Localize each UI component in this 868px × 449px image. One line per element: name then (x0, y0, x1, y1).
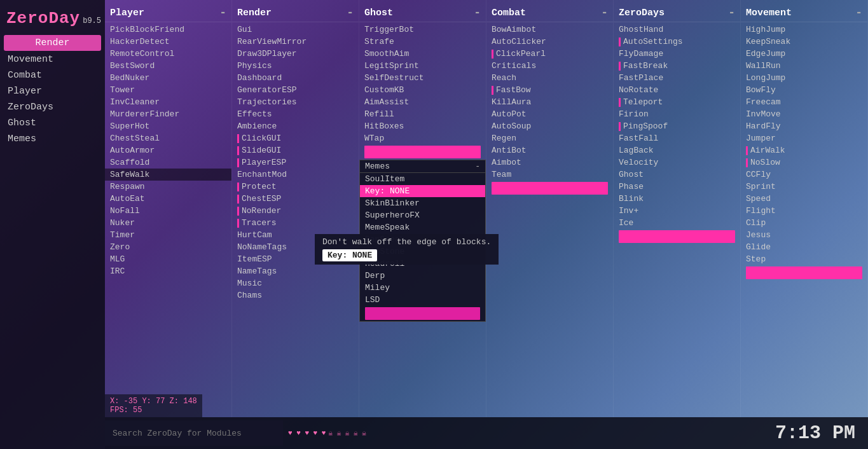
menu-item-autosettings[interactable]: AutoSettings (614, 36, 740, 48)
menu-item-wallrun[interactable]: WallRun (741, 60, 867, 72)
menu-item-phase[interactable]: Phase (614, 181, 740, 193)
menu-item-lsd[interactable]: LSD (360, 294, 485, 306)
menu-item-customkb[interactable]: CustomKB (359, 84, 486, 96)
menu-item-dashboard[interactable]: Dashboard (232, 72, 359, 84)
menu-item-nofall[interactable]: NoFall (105, 205, 231, 217)
menu-item-fastfall[interactable]: FastFall (614, 132, 740, 144)
menu-item-hackerdetect[interactable]: HackerDetect (105, 36, 231, 48)
col-collapse-combat[interactable]: - (601, 6, 608, 19)
menu-item-ghost[interactable]: Ghost (614, 169, 740, 181)
menu-item-sprint[interactable]: Sprint (741, 181, 867, 193)
menu-item-pickblockfriend[interactable]: PickBlockFriend (105, 24, 231, 36)
menu-item-bestsword[interactable]: BestSword (105, 60, 231, 72)
menu-item-autoarmor[interactable]: AutoArmor (105, 144, 231, 156)
menu-item-reach[interactable]: Reach (486, 72, 613, 84)
menu-item-norotate[interactable]: NoRotate (614, 84, 740, 96)
menu-item-zero[interactable]: Zero (105, 241, 231, 253)
menu-item-nuker[interactable]: Nuker (105, 217, 231, 229)
menu-item-smoothaim[interactable]: SmoothAim (359, 48, 486, 60)
menu-item-inv-[interactable]: Inv+ (614, 205, 740, 217)
menu-item-soulitem[interactable]: SoulItem (360, 173, 485, 185)
menu-item-team[interactable]: Team (486, 169, 613, 181)
menu-item-safewalk[interactable]: SafeWalk (105, 169, 231, 181)
sidebar-item-combat[interactable]: Combat (0, 67, 105, 83)
menu-item-derp[interactable]: Derp (360, 270, 485, 282)
menu-item-bednuker[interactable]: BedNuker (105, 72, 231, 84)
menu-item-chams[interactable]: Chams (232, 289, 359, 301)
menu-item-music[interactable]: Music (232, 277, 359, 289)
sidebar-item-ghost[interactable]: Ghost (0, 115, 105, 131)
menu-item-freecam[interactable]: Freecam (741, 96, 867, 108)
menu-item-autosoup[interactable]: AutoSoup (486, 120, 613, 132)
menu-item-fastbreak[interactable]: FastBreak (614, 60, 740, 72)
col-collapse-ghost[interactable]: - (474, 6, 481, 19)
menu-item-antibot[interactable]: AntiBot (486, 144, 613, 156)
col-collapse-movement[interactable]: - (855, 6, 862, 19)
menu-item-speed[interactable]: Speed (741, 193, 867, 205)
col-collapse-zerodays[interactable]: - (728, 6, 735, 19)
menu-item-refill[interactable]: Refill (359, 108, 486, 120)
menu-item-generatoresp[interactable]: GeneratorESP (232, 84, 359, 96)
menu-item-teleport[interactable]: Teleport (614, 96, 740, 108)
menu-item-blink[interactable]: Blink (614, 193, 740, 205)
menu-item-fastplace[interactable]: FastPlace (614, 72, 740, 84)
menu-item-miley[interactable]: Miley (360, 282, 485, 294)
menu-item-timer[interactable]: Timer (105, 229, 231, 241)
sidebar-item-movement[interactable]: Movement (0, 52, 105, 67)
menu-item-step[interactable]: Step (741, 253, 867, 265)
menu-item-cheststeal[interactable]: ChestSteal (105, 132, 231, 144)
sidebar-item-memes[interactable]: Memes (0, 131, 105, 147)
col-collapse-render[interactable]: - (347, 6, 354, 19)
menu-item-respawn[interactable]: Respawn (105, 181, 231, 193)
menu-item-physics[interactable]: Physics (232, 60, 359, 72)
menu-item-invcleaner[interactable]: InvCleaner (105, 96, 231, 108)
menu-item-pingspoof[interactable]: PingSpoof (614, 120, 740, 132)
menu-item-autoclicker[interactable]: AutoClicker (486, 36, 613, 48)
menu-item-irc[interactable]: IRC (105, 265, 231, 277)
menu-item-key-none[interactable]: Key: NONE (360, 185, 485, 197)
menu-item-glide[interactable]: Glide (741, 241, 867, 253)
menu-item-protect[interactable]: Protect (232, 181, 359, 193)
menu-item-norender[interactable]: NoRender (232, 205, 359, 217)
sidebar-item-render[interactable]: Render (4, 35, 101, 51)
memes-dropdown-header[interactable]: Memes- (359, 160, 486, 173)
menu-item-aimbot[interactable]: Aimbot (486, 156, 613, 169)
menu-item-velocity[interactable]: Velocity (614, 156, 740, 169)
menu-item-strafe[interactable]: Strafe (359, 36, 486, 48)
menu-item-slidegui[interactable]: SlideGUI (232, 144, 359, 156)
menu-item-hitboxes[interactable]: HitBoxes (359, 120, 486, 132)
menu-item-ambience[interactable]: Ambience (232, 120, 359, 132)
menu-item-chestesp[interactable]: ChestESP (232, 193, 359, 205)
sidebar-item-player[interactable]: Player (0, 83, 105, 99)
menu-item-superherofx[interactable]: SuperheroFX (360, 209, 485, 221)
menu-item-keepsneak[interactable]: KeepSneak (741, 36, 867, 48)
menu-item-highjump[interactable]: HighJump (741, 24, 867, 36)
menu-item-flight[interactable]: Flight (741, 205, 867, 217)
menu-item-scaffold[interactable]: Scaffold (105, 156, 231, 169)
menu-item-criticals[interactable]: Criticals (486, 60, 613, 72)
menu-item-trajectories[interactable]: Trajectories (232, 96, 359, 108)
menu-item-lagback[interactable]: LagBack (614, 144, 740, 156)
menu-item-firion[interactable]: Firion (614, 108, 740, 120)
menu-item-tower[interactable]: Tower (105, 84, 231, 96)
menu-item-autopot[interactable]: AutoPot (486, 108, 613, 120)
menu-item-murdererfinder[interactable]: MurdererFinder (105, 108, 231, 120)
menu-item-hardfly[interactable]: HardFly (741, 120, 867, 132)
menu-item-longjump[interactable]: LongJump (741, 72, 867, 84)
sidebar-item-zerodays[interactable]: ZeroDays (0, 99, 105, 115)
menu-item-edgejump[interactable]: EdgeJump (741, 48, 867, 60)
menu-item-regen[interactable]: Regen (486, 132, 613, 144)
menu-item-aimassist[interactable]: AimAssist (359, 96, 486, 108)
menu-item-clickpearl[interactable]: ClickPearl (486, 48, 613, 60)
menu-item-rearviewmirror[interactable]: RearViewMirror (232, 36, 359, 48)
menu-item-playeresp[interactable]: PlayerESP (232, 156, 359, 169)
col-collapse-player[interactable]: - (219, 6, 226, 19)
menu-item-clip[interactable]: Clip (741, 217, 867, 229)
menu-item-selfdestruct[interactable]: SelfDestruct (359, 72, 486, 84)
menu-item-enchantmod[interactable]: EnchantMod (232, 169, 359, 181)
menu-item-superhot[interactable]: SuperHot (105, 120, 231, 132)
menu-item-bowfly[interactable]: BowFly (741, 84, 867, 96)
menu-item-invmove[interactable]: InvMove (741, 108, 867, 120)
menu-item-jumper[interactable]: Jumper (741, 132, 867, 144)
key-bind-label[interactable]: Key: NONE (322, 249, 377, 261)
